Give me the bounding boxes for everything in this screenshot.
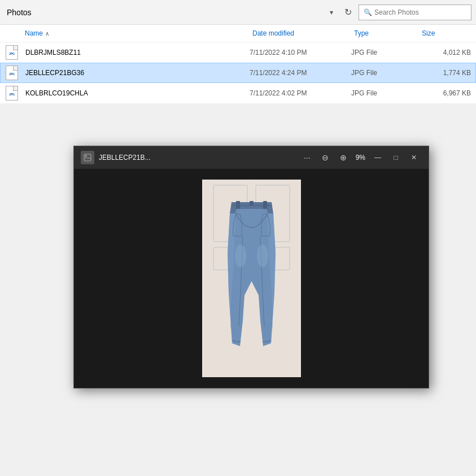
photo-viewer-window: JEBLLECP21B... ··· ⊖ ⊕ 9% — □ ✕ [73, 146, 429, 388]
file-type: JPG File [351, 49, 419, 56]
file-date: 7/11/2022 4:10 PM [250, 49, 351, 56]
svg-rect-7 [263, 201, 267, 209]
jeans-svg [202, 180, 301, 377]
col-header-size[interactable]: Size [420, 28, 476, 38]
file-size: 1,774 KB [419, 69, 475, 77]
table-row[interactable]: JPG DLBRJMLS8BZ11 7/11/2022 4:10 PM JPG … [0, 42, 476, 63]
file-type: JPG File [351, 89, 419, 97]
col-header-name[interactable]: Name ∧ [23, 28, 250, 38]
svg-point-1 [85, 155, 87, 157]
zoom-out-button[interactable]: ⊖ [320, 151, 331, 164]
dropdown-icon: ▾ [330, 8, 333, 16]
photo-icon-svg [84, 154, 91, 161]
viewer-content [74, 169, 429, 388]
file-size: 6,967 KB [419, 89, 475, 97]
svg-rect-8 [250, 201, 254, 206]
search-input[interactable] [374, 8, 466, 16]
file-icon: JPG [1, 45, 23, 60]
zoom-in-button[interactable]: ⊕ [338, 151, 349, 164]
viewer-titlebar: JEBLLECP21B... ··· ⊖ ⊕ 9% — □ ✕ [74, 146, 429, 169]
explorer-pane: Name ∧ Date modified Type Size JPG DLBRJ… [0, 25, 476, 103]
file-name: JEBLLECP21BG36 [23, 69, 250, 77]
photos-app-icon [81, 151, 94, 164]
col-header-date[interactable]: Date modified [250, 28, 352, 38]
minimize-button[interactable]: — [370, 150, 386, 165]
svg-rect-0 [84, 154, 91, 161]
sort-arrow-icon: ∧ [45, 30, 49, 37]
dropdown-button[interactable]: ▾ [325, 6, 338, 19]
table-header: Name ∧ Date modified Type Size [0, 25, 476, 42]
table-row[interactable]: JPG KOLBRLCO19CHLA 7/11/2022 4:02 PM JPG… [0, 83, 476, 103]
zoom-in-icon: ⊕ [340, 153, 347, 162]
jpg-icon: JPG [6, 65, 18, 80]
jpg-icon: JPG [6, 86, 18, 101]
viewer-filename: JEBLLECP21B... [99, 154, 297, 161]
col-header-type[interactable]: Type [352, 28, 420, 38]
file-size: 4,012 KB [419, 49, 475, 56]
search-box: 🔍 [359, 5, 471, 20]
viewer-toolbar: ··· ⊖ ⊕ 9% [302, 151, 365, 164]
svg-rect-6 [236, 201, 240, 209]
svg-point-12 [235, 244, 246, 267]
refresh-icon: ↻ [344, 7, 352, 18]
window-controls: — □ ✕ [370, 150, 422, 165]
file-date: 7/11/2022 4:24 PM [250, 69, 351, 77]
file-type: JPG File [351, 69, 419, 77]
zoom-level: 9% [356, 154, 365, 161]
jpg-icon: JPG [6, 45, 18, 60]
refresh-button[interactable]: ↻ [340, 5, 356, 20]
close-button[interactable]: ✕ [406, 150, 422, 165]
top-bar-controls: ▾ ↻ 🔍 [325, 5, 471, 20]
file-name: DLBRJMLS8BZ11 [23, 49, 250, 56]
file-icon: JPG [1, 86, 23, 101]
maximize-button[interactable]: □ [388, 150, 404, 165]
file-name: KOLBRLCO19CHLA [23, 89, 250, 97]
search-icon: 🔍 [364, 8, 372, 16]
file-date: 7/11/2022 4:02 PM [250, 89, 351, 97]
window-title: Photos [5, 8, 325, 17]
zoom-out-icon: ⊖ [322, 153, 329, 162]
file-icon: JPG [1, 65, 23, 80]
top-bar: Photos ▾ ↻ 🔍 [0, 0, 476, 25]
more-options-button[interactable]: ··· [302, 151, 313, 164]
jeans-image [202, 180, 301, 377]
svg-point-13 [257, 244, 268, 267]
table-row[interactable]: JPG JEBLLECP21BG36 7/11/2022 4:24 PM JPG… [0, 63, 476, 83]
